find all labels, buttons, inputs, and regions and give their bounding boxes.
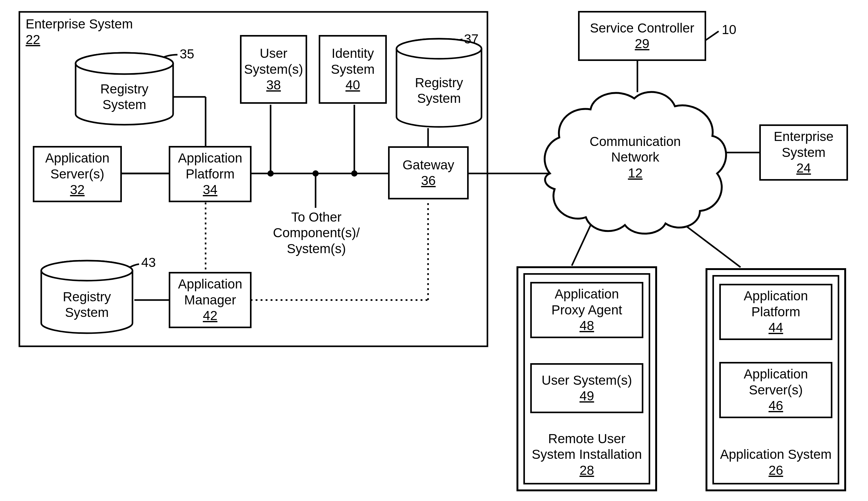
user-systems-49-num: 49 bbox=[579, 388, 594, 404]
identity-system-box: IdentitySystem 40 bbox=[319, 35, 387, 104]
application-manager-box: ApplicationManager 42 bbox=[169, 272, 251, 328]
registry-43-label-1: Registry bbox=[63, 289, 111, 304]
gateway-num: 36 bbox=[421, 173, 436, 189]
application-servers-box: ApplicationServer(s) 32 bbox=[33, 146, 122, 202]
service-controller-num: 29 bbox=[635, 36, 650, 52]
system-architecture-diagram: Enterprise System 22 Registry System 35 … bbox=[0, 0, 868, 501]
user-systems-num: 38 bbox=[266, 77, 281, 93]
application-system-title: Application System 26 bbox=[707, 447, 844, 478]
identity-system-num: 40 bbox=[346, 77, 360, 93]
registry-37-callout: 37 bbox=[464, 31, 479, 47]
registry-35-callout: 35 bbox=[180, 46, 194, 62]
application-servers-46-label: ApplicationServer(s) bbox=[744, 366, 808, 398]
svg-point-3 bbox=[268, 170, 274, 177]
svg-point-5 bbox=[351, 170, 357, 177]
remote-user-installation-box: ApplicationProxy Agent 48 User System(s)… bbox=[517, 266, 657, 491]
user-systems-box: UserSystem(s) 38 bbox=[240, 35, 307, 104]
gateway-box: Gateway 36 bbox=[388, 146, 469, 199]
service-controller-box: Service Controller 29 bbox=[578, 11, 706, 61]
application-manager-num: 42 bbox=[203, 308, 217, 323]
enterprise-system-24-box: EnterpriseSystem 24 bbox=[759, 125, 848, 181]
user-systems-label: UserSystem(s) bbox=[244, 46, 303, 77]
application-platform-44-label: ApplicationPlatform bbox=[744, 288, 808, 320]
registry-35-label-1: Registry bbox=[100, 82, 149, 96]
registry-37-label-1: Registry bbox=[415, 75, 463, 90]
registry-43-callout: 43 bbox=[141, 255, 156, 270]
svg-point-27 bbox=[76, 53, 173, 74]
registry-35-label-2: System bbox=[102, 97, 146, 112]
registry-system-37-cylinder: Registry System bbox=[395, 38, 483, 128]
application-platform-44-box: ApplicationPlatform 44 bbox=[719, 284, 832, 340]
application-system-box: ApplicationPlatform 44 ApplicationServer… bbox=[706, 268, 846, 491]
svg-point-4 bbox=[313, 170, 319, 177]
registry-37-label-2: System bbox=[417, 91, 461, 106]
application-platform-44-num: 44 bbox=[769, 320, 783, 335]
application-manager-label: ApplicationManager bbox=[178, 276, 242, 308]
application-servers-46-num: 46 bbox=[769, 398, 783, 414]
svg-line-21 bbox=[676, 219, 740, 267]
user-systems-49-box: User System(s) 49 bbox=[530, 363, 643, 413]
proxy-agent-num: 48 bbox=[579, 318, 594, 333]
remote-user-title: Remote UserSystem Installation 28 bbox=[518, 431, 655, 478]
application-servers-label: ApplicationServer(s) bbox=[45, 150, 109, 182]
svg-point-31 bbox=[41, 261, 132, 281]
communication-network-label: CommunicationNetwork 12 bbox=[584, 134, 687, 181]
enterprise-system-24-label: EnterpriseSystem bbox=[774, 129, 833, 160]
application-servers-46-box: ApplicationServer(s) 46 bbox=[719, 362, 832, 418]
proxy-agent-box: ApplicationProxy Agent 48 bbox=[530, 282, 643, 338]
enterprise-system-24-num: 24 bbox=[796, 160, 811, 176]
user-systems-49-label: User System(s) bbox=[542, 373, 632, 388]
proxy-agent-label: ApplicationProxy Agent bbox=[552, 286, 622, 318]
figure-ref-label: 10 bbox=[722, 22, 736, 38]
application-system-num: 26 bbox=[769, 463, 783, 478]
service-controller-label: Service Controller bbox=[590, 20, 694, 36]
registry-43-label-2: System bbox=[65, 305, 109, 320]
svg-line-20 bbox=[572, 222, 592, 266]
application-servers-num: 32 bbox=[70, 182, 85, 198]
enterprise-system-label: Enterprise System bbox=[26, 17, 133, 31]
to-other-label: To OtherComponent(s)/System(s) bbox=[269, 210, 364, 257]
application-platform-num: 34 bbox=[203, 182, 217, 198]
identity-system-label: IdentitySystem bbox=[331, 46, 375, 77]
registry-system-43-cylinder: Registry System bbox=[40, 259, 134, 334]
application-platform-label: ApplicationPlatform bbox=[178, 150, 242, 182]
communication-network-num: 12 bbox=[628, 166, 643, 180]
enterprise-system-title: Enterprise System 22 bbox=[26, 16, 133, 48]
remote-user-num: 28 bbox=[579, 463, 594, 478]
gateway-label: Gateway bbox=[402, 157, 454, 173]
enterprise-system-num: 22 bbox=[26, 32, 40, 47]
application-platform-box: ApplicationPlatform 34 bbox=[169, 146, 251, 202]
registry-system-35-cylinder: Registry System bbox=[74, 52, 174, 126]
